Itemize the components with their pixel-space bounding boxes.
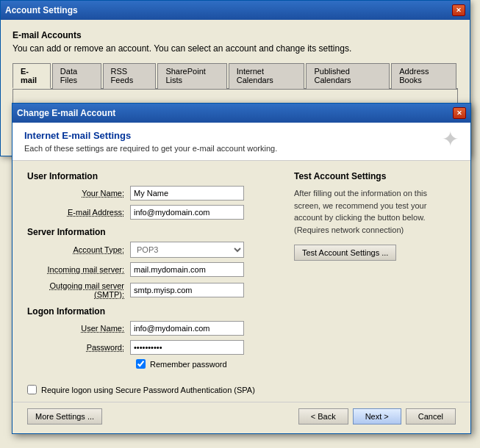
dialog-bottom: More Settings ... < Back Next > Cancel: [12, 402, 470, 433]
incoming-server-row: Incoming mail server:: [27, 262, 279, 277]
tab-data-files[interactable]: Data Files: [52, 63, 101, 89]
banner-desc: Each of these settings are required to g…: [24, 144, 277, 153]
remember-password-row: Remember password: [27, 359, 279, 369]
tab-address-books[interactable]: Address Books: [391, 63, 456, 89]
incoming-server-label: Incoming mail server:: [27, 265, 130, 274]
remember-password-label[interactable]: Remember password: [150, 360, 227, 369]
tab-sharepoint-lists[interactable]: SharePoint Lists: [157, 63, 226, 89]
form-left: User Information Your Name: E-mail Addre…: [27, 171, 279, 373]
username-input[interactable]: [130, 321, 244, 336]
outer-titlebar: Account Settings ✕: [1, 1, 470, 20]
spa-checkbox[interactable]: [27, 385, 37, 394]
banner-text: Internet E-mail Settings Each of these s…: [24, 130, 277, 153]
description-title: E-mail Accounts: [12, 29, 458, 42]
username-row: User Name:: [27, 321, 279, 336]
your-name-label: Your Name:: [27, 189, 130, 198]
change-email-account-dialog: Change E-mail Account ✕ Internet E-mail …: [12, 103, 471, 434]
account-type-select[interactable]: POP3 IMAP: [130, 242, 244, 258]
username-label: User Name:: [27, 324, 130, 333]
password-input[interactable]: [130, 340, 244, 355]
tab-published-calendars[interactable]: Published Calendars: [306, 63, 390, 89]
tabs-row: E-mail Data Files RSS Feeds SharePoint L…: [12, 62, 458, 90]
inner-close-button[interactable]: ✕: [453, 107, 466, 119]
remember-password-checkbox[interactable]: [136, 359, 146, 369]
form-area: User Information Your Name: E-mail Addre…: [12, 161, 470, 380]
spa-row: Require logon using Secure Password Auth…: [12, 380, 470, 400]
tab-internet-calendars[interactable]: Internet Calendars: [229, 63, 305, 89]
logon-info-section-label: Logon Information: [27, 306, 279, 317]
account-type-label: Account Type:: [27, 245, 130, 254]
incoming-server-input[interactable]: [130, 262, 244, 277]
outer-window-title: Account Settings: [5, 5, 78, 15]
description-text: You can add or remove an account. You ca…: [12, 43, 351, 54]
cancel-button[interactable]: Cancel: [406, 408, 456, 424]
outgoing-server-label: Outgoing mail server (SMTP):: [27, 281, 130, 299]
test-section-desc: After filling out the information on thi…: [294, 187, 456, 236]
banner-icon: ✦: [442, 127, 459, 151]
user-info-section-label: User Information: [27, 171, 279, 181]
nav-buttons: < Back Next > Cancel: [298, 408, 456, 424]
inner-banner: Internet E-mail Settings Each of these s…: [12, 123, 470, 161]
outer-titlebar-buttons: ✕: [452, 4, 465, 16]
account-type-row: Account Type: POP3 IMAP: [27, 242, 279, 258]
email-address-row: E-mail Address:: [27, 205, 279, 220]
inner-titlebar: Change E-mail Account ✕: [12, 104, 470, 123]
tab-email[interactable]: E-mail: [12, 63, 51, 89]
test-section-title: Test Account Settings: [294, 171, 456, 181]
banner-title: Internet E-mail Settings: [24, 130, 277, 141]
server-info-section-label: Server Information: [27, 227, 279, 237]
email-address-label: E-mail Address:: [27, 208, 130, 217]
password-row: Password:: [27, 340, 279, 355]
outgoing-server-input[interactable]: [130, 283, 244, 297]
your-name-row: Your Name:: [27, 186, 279, 200]
test-account-settings-button[interactable]: Test Account Settings ...: [294, 245, 396, 261]
outer-description: E-mail Accounts You can add or remove an…: [12, 29, 458, 55]
email-address-input[interactable]: [130, 205, 244, 220]
back-button[interactable]: < Back: [298, 408, 348, 424]
next-button[interactable]: Next >: [353, 408, 401, 424]
outgoing-server-row: Outgoing mail server (SMTP):: [27, 281, 279, 299]
your-name-input[interactable]: [130, 186, 244, 200]
outer-close-button[interactable]: ✕: [452, 4, 465, 16]
inner-window-title: Change E-mail Account: [17, 108, 115, 118]
form-right: Test Account Settings After filling out …: [294, 171, 456, 373]
tab-rss-feeds[interactable]: RSS Feeds: [103, 63, 157, 89]
password-label: Password:: [27, 343, 130, 352]
more-settings-button[interactable]: More Settings ...: [27, 408, 102, 424]
spa-label[interactable]: Require logon using Secure Password Auth…: [41, 386, 255, 394]
